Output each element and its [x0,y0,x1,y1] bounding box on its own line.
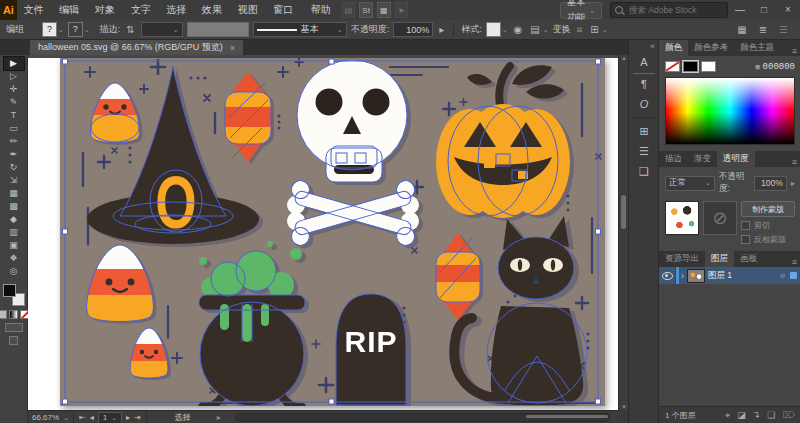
white-swatch[interactable] [701,61,716,72]
last-artboard-button[interactable]: ⇥ [134,413,141,422]
layer-row[interactable]: › 图层 1 ○ [659,267,800,284]
canvas-area[interactable]: O [28,55,618,410]
next-artboard-button[interactable]: ▸ [126,413,130,422]
pen-tool[interactable]: ✎ [4,96,24,109]
workspace-grid-icon[interactable]: ▦ [735,24,748,35]
target-circle-icon[interactable]: ○ [780,271,785,280]
new-sublayer-icon[interactable]: ↴ [753,410,761,420]
fill-swatch-box[interactable]: ? [42,22,57,37]
hand-tool[interactable]: ❖ [4,252,24,265]
arrange-documents-icon[interactable]: ▦ [377,2,391,18]
stock-search[interactable] [610,2,728,18]
gradient-tool[interactable]: ▩ [4,200,24,213]
paragraph-panel-icon[interactable]: ¶ [633,74,655,94]
graphic-style-swatch[interactable]: ⌄ [486,22,508,37]
menu-view[interactable]: 视图(V) [231,0,267,20]
rotate-tool[interactable]: ↻ [4,161,24,174]
stroke-swatch[interactable]: ? ⌄ [68,22,90,37]
stock-icon[interactable]: St [359,2,373,18]
stroke-weight-field[interactable]: ⌄ [141,22,183,37]
horizontal-scrollbar[interactable] [235,413,610,422]
transform-panel-icon[interactable]: ⊞ [633,121,655,141]
opacity-expand-icon[interactable]: ▸ [437,24,446,35]
character-panel-icon[interactable]: A [633,53,655,74]
opacity-expand-icon[interactable]: ▸ [791,178,795,188]
burger-menu-icon[interactable]: ☰ [777,24,790,35]
zoom-tool[interactable]: ◎ [4,265,24,278]
share-icon[interactable]: ➤ [395,2,409,18]
fill-proxy[interactable] [3,284,16,297]
app-logo-icon[interactable]: Ai [0,0,17,20]
fill-stroke-indicator[interactable] [3,284,25,306]
maximize-button[interactable]: □ [752,0,776,20]
screen-mode-button[interactable] [9,336,18,345]
tab-layers[interactable]: 图层 [705,251,734,267]
menu-select[interactable]: 选择(S) [159,0,195,20]
menu-help[interactable]: 帮助(H) [304,0,340,20]
direct-selection-tool[interactable]: ▷ [4,70,24,83]
tab-color-themes[interactable]: 颜色主题 [734,40,780,56]
bridge-icon[interactable]: ▤ [342,2,356,18]
select-similar-dropdown[interactable]: ▤ ⌄ [528,24,548,35]
horizontal-scrollbar-thumb[interactable] [526,415,608,418]
mask-thumbnail[interactable]: ⊘ [703,201,737,235]
invert-mask-checkbox[interactable] [741,235,750,244]
layer-thumbnail[interactable] [687,269,705,283]
blend-mode-dropdown[interactable]: 正常 ⌄ [665,176,715,191]
menu-file[interactable]: 文件(F) [17,0,52,20]
tab-color-guide[interactable]: 颜色参考 [688,40,734,56]
artboard[interactable]: O [60,58,605,406]
locate-object-icon[interactable]: ⌖ [725,410,730,421]
workspace-switcher[interactable]: 基本功能 ⌄ [560,2,602,19]
tab-transparency[interactable]: 透明度 [717,151,755,167]
panel-menu-icon[interactable]: ≡ [788,46,800,56]
more-options-dropdown[interactable]: ⊞ ⌄ [588,24,607,35]
close-button[interactable]: × [776,0,800,20]
align-icon[interactable]: ⌗ [575,24,585,36]
color-mode-button[interactable] [0,310,7,319]
previous-artboard-button[interactable]: ◂ [90,413,94,422]
menu-effect[interactable]: 效果(C) [195,0,231,20]
minimize-button[interactable]: — [728,0,752,20]
expand-layer-icon[interactable]: › [681,271,684,281]
color-spectrum[interactable] [665,77,795,145]
menu-object[interactable]: 对象(O) [88,0,124,20]
search-input[interactable] [627,4,723,16]
artboard-number-dropdown[interactable]: 1 ⌄ [98,412,122,423]
document-tab[interactable]: halloween 05.svg @ 66.67% (RGB/GPU 预览) × [30,40,243,55]
tab-color[interactable]: 颜色 [659,40,688,56]
first-artboard-button[interactable]: ⇤ [79,413,86,422]
draw-mode-button[interactable] [5,323,23,332]
align-panel-icon[interactable]: ☰ [633,141,655,161]
object-thumbnail[interactable] [665,201,699,235]
artboard-tool[interactable]: ▣ [4,239,24,252]
panel-menu-icon[interactable]: ≡ [788,157,800,167]
new-layer-icon[interactable]: ❏ [767,410,775,420]
selection-indicator[interactable] [790,272,797,279]
style-swatch-box[interactable] [486,22,501,37]
zoom-level-dropdown[interactable]: 66.67% ⌄ [28,411,74,423]
stroke-swatch-box[interactable]: ? [68,22,83,37]
mesh-tool[interactable]: ▦ [4,187,24,200]
delete-layer-icon[interactable]: ⌦ [782,410,795,420]
black-swatch[interactable] [683,61,698,72]
visibility-toggle[interactable] [659,267,676,284]
fill-swatch[interactable]: ? ⌄ [42,22,64,37]
recolor-artwork-icon[interactable]: ◉ [512,24,525,35]
selection-tool[interactable]: ▶ [4,57,24,70]
gradient-mode-button[interactable] [9,310,18,319]
tab-asset-export[interactable]: 资源导出 [659,251,705,267]
opacity-field[interactable]: 100% [393,22,433,37]
eyedropper-tool[interactable]: ◆ [4,213,24,226]
workspace-list-icon[interactable]: ≣ [757,24,769,35]
menu-edit[interactable]: 编辑(E) [52,0,88,20]
magic-wand-tool[interactable]: ✛ [4,83,24,96]
panel-menu-icon[interactable]: ≡ [788,257,800,267]
paintbrush-tool[interactable]: ✏ [4,135,24,148]
rectangle-tool[interactable]: ▭ [4,122,24,135]
tombstone-sticker[interactable]: RIP [336,294,406,405]
status-expand-icon[interactable]: ▸ [217,413,221,422]
hex-value[interactable]: 000000 [763,62,795,72]
type-tool[interactable]: T [4,109,24,122]
pathfinder-panel-icon[interactable]: ❑ [633,161,655,181]
